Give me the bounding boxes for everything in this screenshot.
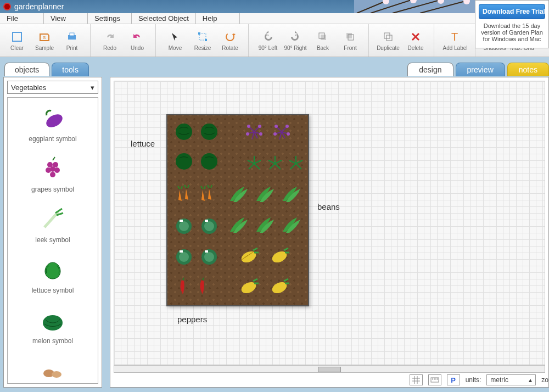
plant-carrots[interactable] [174,184,194,204]
canvas-grid[interactable]: lettuce beans peppers [114,81,545,365]
move-icon [169,30,182,43]
canvas-frame: lettuce beans peppers [110,77,549,388]
duplicate-button[interactable]: Duplicate [374,30,402,51]
resize-button[interactable]: Resize [189,30,216,51]
tab-tools[interactable]: tools [52,63,89,76]
rot-right-button[interactable]: 90° Right [282,30,309,51]
mushroom-icon [10,356,96,384]
svg-point-1 [410,0,417,3]
annotation-peppers[interactable]: peppers [177,315,207,324]
leek-icon [10,204,96,234]
plant-beans[interactable] [254,215,276,235]
svg-point-39 [273,132,277,136]
plant-beans[interactable] [228,215,250,235]
plant-herb[interactable] [265,154,285,173]
plant-purple[interactable] [244,122,264,142]
plant-lettuce[interactable] [174,122,194,142]
canvas-viewport[interactable]: lettuce beans peppers [114,81,545,365]
plant-cabbage[interactable] [174,215,194,235]
object-more[interactable] [8,350,98,384]
undo-button[interactable]: Undo [124,30,151,51]
plant-lettuce[interactable] [199,152,219,171]
category-dropdown[interactable]: Vegetables ▾ [7,81,98,94]
print-button[interactable]: Print [58,30,86,51]
redo-icon [103,30,116,43]
object-leek[interactable]: leek symbol [8,199,98,249]
clear-icon [10,30,24,43]
svg-point-40 [287,132,290,136]
plant-cabbage[interactable] [199,215,219,235]
toolbar: Clear SSample Print Redo Undo Move Resiz… [0,24,549,57]
tab-objects[interactable]: objects [4,63,49,76]
delete-icon [409,30,422,43]
grid-toggle-icon[interactable] [410,374,423,385]
plant-pepper[interactable] [194,277,214,296]
menu-view[interactable]: View [44,13,88,24]
plant-beans[interactable] [281,184,302,204]
move-button[interactable]: Move [161,30,189,51]
redo-button[interactable]: Redo [96,30,124,51]
plant-herb[interactable] [244,154,264,173]
svg-point-57 [240,280,258,295]
svg-point-44 [179,221,189,231]
rot-left-button[interactable]: 90° Left [254,30,282,51]
object-melon[interactable]: melon symbol [8,300,98,350]
annotation-beans[interactable]: beans [317,202,340,211]
svg-point-37 [274,125,278,128]
clear-button[interactable]: Clear [3,30,31,51]
ruler-toggle-icon[interactable] [428,374,441,385]
front-icon [344,30,357,43]
svg-point-38 [285,125,289,128]
plant-beans[interactable] [254,184,276,204]
menu-file[interactable]: File [0,13,44,24]
svg-text:T: T [451,31,458,43]
object-lettuce[interactable]: lettuce symbol [8,249,98,300]
plant-cabbage[interactable] [174,246,194,266]
back-button[interactable]: Back [309,30,337,51]
tab-preview[interactable]: preview [456,63,505,76]
svg-point-58 [271,280,289,295]
garden-bed[interactable] [166,114,309,306]
plant-beans[interactable] [228,184,250,204]
plant-lettuce[interactable] [174,152,194,171]
plant-herb[interactable] [286,154,306,173]
units-dropdown[interactable]: metric ▴ [486,374,536,385]
menu-help[interactable]: Help [196,13,240,24]
plant-cabbage[interactable] [199,246,219,266]
svg-rect-7 [70,33,74,36]
plant-pepper[interactable] [174,277,194,296]
plan-mode-icon[interactable]: P [447,374,460,385]
download-trial-button[interactable]: Download Free Trial [479,4,545,19]
plant-purple[interactable] [272,122,292,142]
menu-selected-object[interactable]: Selected Object [132,13,196,24]
lettuce-icon [10,255,96,284]
object-eggplant[interactable]: eggplant symbol [8,98,98,148]
menu-settings[interactable]: Settings [88,13,132,24]
horizontal-scrollbar[interactable] [114,365,545,373]
plant-beans[interactable] [281,215,302,235]
chevron-down-icon: ▾ [91,83,94,92]
add-label-button[interactable]: TAdd Label [440,30,470,51]
rotate-icon [223,30,237,43]
svg-point-53 [204,252,214,262]
object-list[interactable]: eggplant symbol grapes symbol leek symbo… [7,97,98,384]
plant-corn[interactable] [268,277,293,296]
front-button[interactable]: Front [337,30,364,51]
plant-corn[interactable] [238,246,262,266]
tab-design[interactable]: design [407,63,453,76]
plant-carrots[interactable] [197,184,217,204]
sample-button[interactable]: SSample [31,30,58,51]
svg-point-36 [259,132,262,136]
rot-left-icon [261,30,274,43]
delete-button[interactable]: Delete [402,30,429,51]
promo-text-3: for Windows and Mac [479,36,545,42]
plant-lettuce[interactable] [199,122,219,142]
annotation-lettuce[interactable]: lettuce [131,139,155,148]
svg-point-34 [258,125,261,128]
plant-corn[interactable] [268,246,293,266]
svg-point-27 [50,172,55,177]
plant-corn[interactable] [238,277,262,296]
rotate-button[interactable]: Rotate [216,30,244,51]
tab-notes[interactable]: notes [507,63,549,76]
object-grapes[interactable]: grapes symbol [8,148,98,199]
